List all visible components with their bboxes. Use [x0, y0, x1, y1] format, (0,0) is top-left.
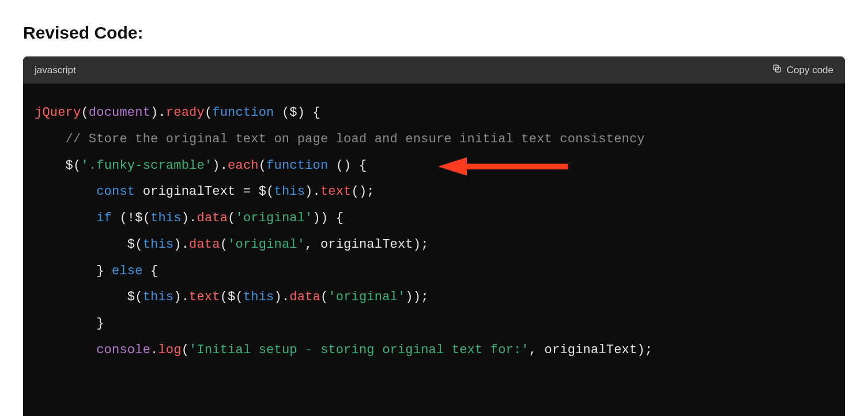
code-line: if (!$(this).data('original')) { — [35, 205, 833, 232]
copy-code-label: Copy code — [787, 65, 833, 76]
code-body[interactable]: jQuery(document).ready(function ($) { //… — [23, 84, 845, 416]
code-line: $(this).data('original', originalText); — [35, 232, 833, 258]
code-line: } — [35, 311, 833, 337]
code-block: javascript Copy code jQuery(document).re… — [23, 56, 845, 416]
code-line: // Store the original text on page load … — [35, 126, 833, 153]
section-heading: Revised Code: — [23, 23, 845, 43]
code-line: jQuery(document).ready(function ($) { — [35, 100, 833, 126]
copy-icon — [772, 63, 782, 77]
code-line: const originalText = $(this).text(); — [35, 179, 833, 205]
code-line: $('.funky-scramble').each(function () { — [35, 153, 833, 179]
code-line: console.log('Initial setup - storing ori… — [35, 337, 833, 364]
copy-code-button[interactable]: Copy code — [772, 63, 833, 77]
language-label: javascript — [35, 65, 76, 76]
code-line: $(this).text($(this).data('original')); — [35, 284, 833, 311]
code-line: } else { — [35, 258, 833, 285]
code-header: javascript Copy code — [23, 56, 845, 84]
